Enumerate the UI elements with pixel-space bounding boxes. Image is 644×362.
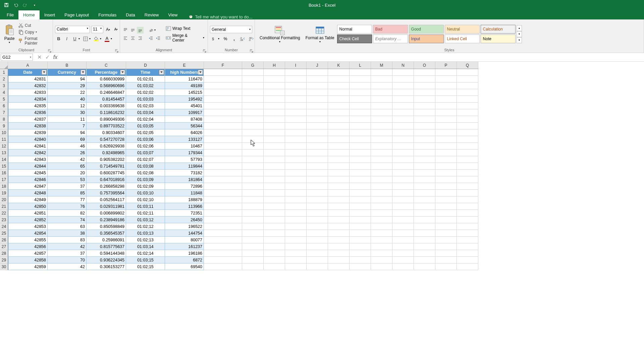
cell[interactable]: 01:03;08 [126, 163, 165, 170]
col-header-L[interactable]: L [350, 62, 371, 69]
cell[interactable]: 0.266858298 [87, 183, 126, 190]
filter-button[interactable] [42, 70, 47, 75]
cell[interactable] [392, 149, 414, 156]
dialog-launcher-icon[interactable] [203, 48, 207, 52]
cell[interactable] [285, 250, 307, 257]
cell[interactable] [307, 243, 328, 250]
cell[interactable] [414, 250, 435, 257]
cell[interactable]: 56344 [165, 123, 204, 129]
cell[interactable] [457, 123, 478, 129]
cell[interactable]: 161237 [165, 243, 204, 250]
row-header[interactable]: 1 [0, 69, 8, 76]
col-header-N[interactable]: N [392, 62, 414, 69]
cell[interactable]: 42852 [8, 217, 48, 223]
cell[interactable] [414, 96, 435, 103]
cell[interactable]: 38 [48, 230, 87, 237]
cell[interactable]: 01:03;05 [126, 123, 165, 129]
cell[interactable]: 113966 [165, 203, 204, 210]
cell[interactable] [392, 103, 414, 109]
cell[interactable] [204, 76, 242, 82]
cell[interactable]: 01:02;12 [126, 223, 165, 230]
cell[interactable] [435, 190, 457, 196]
decrease-indent-icon[interactable] [148, 35, 154, 42]
cell[interactable]: 42836 [8, 109, 48, 116]
enter-icon[interactable]: ✓ [44, 54, 50, 60]
cell[interactable]: 133127 [165, 136, 204, 143]
cell[interactable] [457, 190, 478, 196]
cell[interactable] [435, 237, 457, 243]
cell[interactable] [264, 103, 285, 109]
cell[interactable] [350, 210, 371, 217]
cell[interactable]: 0.81454457 [87, 96, 126, 103]
filter-button[interactable] [120, 70, 125, 75]
cell[interactable] [414, 129, 435, 136]
cell[interactable] [328, 89, 350, 96]
row-header[interactable]: 22 [0, 210, 8, 217]
cell[interactable]: 42857 [8, 250, 48, 257]
cell[interactable]: 74 [48, 217, 87, 223]
cell[interactable] [204, 237, 242, 243]
cell[interactable] [242, 250, 264, 257]
row-header[interactable]: 5 [0, 96, 8, 103]
cell[interactable] [307, 156, 328, 163]
cell[interactable] [414, 156, 435, 163]
cell[interactable]: 65 [48, 163, 87, 170]
cell[interactable] [414, 196, 435, 203]
tab-formulas[interactable]: Formulas [94, 10, 121, 19]
cell[interactable] [371, 230, 392, 237]
gallery-up-icon[interactable]: ▴ [517, 25, 522, 31]
cell[interactable]: 01:02;13 [126, 237, 165, 243]
cell[interactable] [328, 109, 350, 116]
cell[interactable] [457, 263, 478, 270]
cell[interactable] [328, 76, 350, 82]
cell[interactable] [350, 136, 371, 143]
row-header[interactable]: 12 [0, 143, 8, 149]
cell[interactable] [242, 149, 264, 156]
cell[interactable] [204, 176, 242, 183]
cell[interactable] [414, 217, 435, 223]
cell[interactable]: 196522 [165, 223, 204, 230]
cell[interactable] [285, 263, 307, 270]
cell[interactable] [264, 143, 285, 149]
cell[interactable] [242, 129, 264, 136]
cell[interactable] [435, 76, 457, 82]
cell[interactable] [435, 203, 457, 210]
row-header[interactable]: 10 [0, 129, 8, 136]
cell[interactable] [328, 217, 350, 223]
tab-review[interactable]: Review [140, 10, 164, 19]
cell[interactable] [307, 190, 328, 196]
cell[interactable]: 45401 [165, 103, 204, 109]
cell[interactable] [204, 89, 242, 96]
cell[interactable]: 42834 [8, 96, 48, 103]
cell[interactable] [371, 129, 392, 136]
cell[interactable] [435, 156, 457, 163]
cell[interactable] [328, 263, 350, 270]
cell[interactable] [371, 136, 392, 143]
cell[interactable] [204, 69, 242, 76]
cell[interactable]: 181864 [165, 176, 204, 183]
cell[interactable] [350, 89, 371, 96]
cell[interactable]: 42848 [8, 190, 48, 196]
cell[interactable] [350, 69, 371, 76]
cell[interactable] [264, 163, 285, 170]
col-header-A[interactable]: A [8, 62, 48, 69]
cell[interactable] [435, 109, 457, 116]
cell[interactable] [350, 257, 371, 263]
cell[interactable] [285, 183, 307, 190]
cell[interactable]: 0.897703522 [87, 123, 126, 129]
cell[interactable] [204, 149, 242, 156]
cell[interactable] [285, 210, 307, 217]
cell[interactable] [350, 149, 371, 156]
cell[interactable] [392, 170, 414, 176]
cell[interactable] [328, 230, 350, 237]
row-header[interactable]: 18 [0, 183, 8, 190]
cell[interactable]: 42858 [8, 257, 48, 263]
cell[interactable] [242, 237, 264, 243]
cell[interactable] [264, 136, 285, 143]
cell[interactable]: 57793 [165, 156, 204, 163]
col-header-G[interactable]: G [242, 62, 264, 69]
cell[interactable] [264, 223, 285, 230]
col-header-K[interactable]: K [328, 62, 350, 69]
cell[interactable] [392, 223, 414, 230]
cell[interactable] [371, 82, 392, 89]
